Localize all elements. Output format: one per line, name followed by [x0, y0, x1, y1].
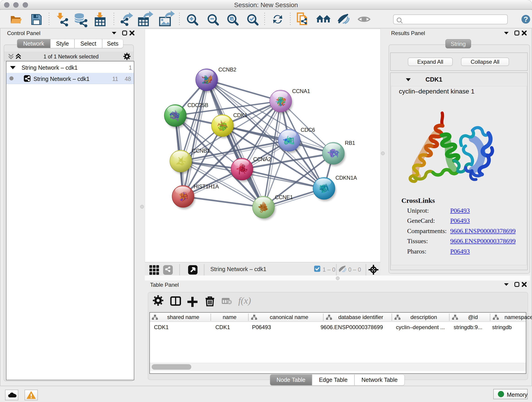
svg-text:description: description — [410, 314, 437, 320]
svg-text:f(x): f(x) — [238, 295, 251, 306]
svg-text:name: name — [223, 314, 236, 320]
svg-text:CCNB2: CCNB2 — [218, 67, 236, 73]
svg-text:HIST1H1A: HIST1H1A — [194, 184, 219, 190]
svg-text:database identifier: database identifier — [338, 314, 383, 320]
svg-text:CCNA2: CCNA2 — [253, 156, 271, 162]
svg-text:@id: @id — [468, 314, 478, 320]
svg-text:CDC25B: CDC25B — [187, 102, 208, 108]
svg-text:CDK1: CDK1 — [233, 112, 247, 118]
svg-text:CDC6: CDC6 — [301, 127, 315, 133]
svg-text:CCNB1: CCNB1 — [192, 148, 210, 154]
svg-text:RB1: RB1 — [345, 140, 355, 146]
svg-text:CCNA1: CCNA1 — [292, 88, 310, 94]
svg-text:CCNE1: CCNE1 — [275, 194, 293, 200]
svg-text:canonical name: canonical name — [270, 314, 308, 320]
svg-text:CDKN1A: CDKN1A — [336, 175, 357, 181]
svg-text:shared name: shared name — [167, 314, 199, 320]
svg-text:namespace: namespace — [505, 314, 532, 320]
svg-text:?: ? — [524, 15, 528, 23]
